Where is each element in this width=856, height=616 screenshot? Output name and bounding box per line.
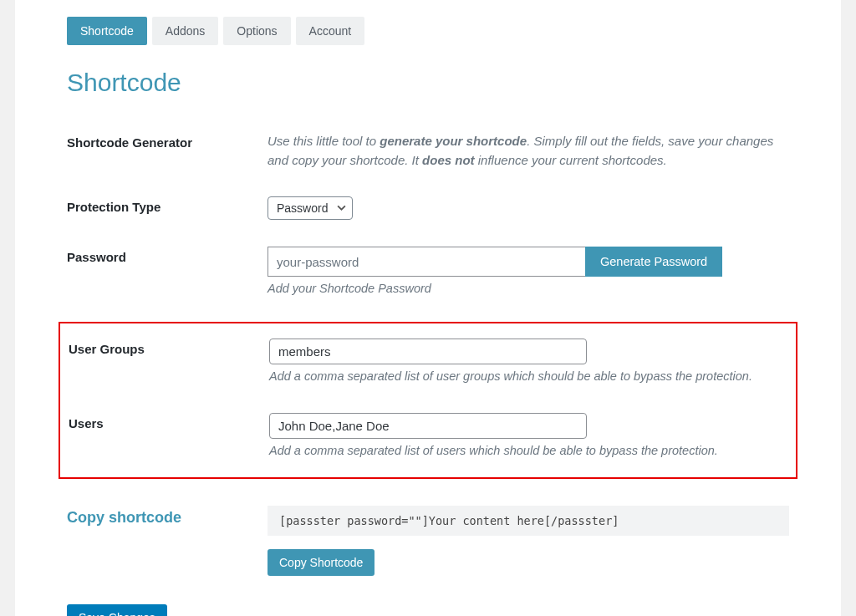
- shortcode-generator-intro: Use this little tool to generate your sh…: [268, 132, 789, 170]
- tab-addons[interactable]: Addons: [152, 17, 218, 45]
- user-groups-label: User Groups: [69, 339, 269, 356]
- shortcode-generator-label: Shortcode Generator: [67, 132, 268, 150]
- users-hint: Add a comma separated list of users whic…: [269, 444, 787, 457]
- copy-shortcode-label: Copy shortcode: [67, 506, 268, 527]
- password-label: Password: [67, 247, 268, 264]
- page-title: Shortcode: [67, 69, 789, 97]
- tab-options[interactable]: Options: [223, 17, 290, 45]
- users-label: Users: [69, 413, 269, 430]
- password-input[interactable]: [268, 247, 585, 277]
- password-hint: Add your Shortcode Password: [268, 282, 789, 295]
- copy-shortcode-button[interactable]: Copy Shortcode: [268, 549, 374, 576]
- save-changes-button[interactable]: Save Changes: [67, 604, 167, 616]
- shortcode-code: [passster password=""]Your content here[…: [268, 506, 789, 536]
- highlight-box: User Groups Add a comma separated list o…: [59, 322, 797, 479]
- tab-shortcode[interactable]: Shortcode: [67, 17, 147, 45]
- tabs-nav: Shortcode Addons Options Account: [67, 17, 789, 45]
- protection-type-select[interactable]: Password: [268, 196, 353, 220]
- protection-type-label: Protection Type: [67, 196, 268, 214]
- user-groups-hint: Add a comma separated list of user group…: [269, 369, 787, 383]
- tab-account[interactable]: Account: [296, 17, 365, 45]
- generate-password-button[interactable]: Generate Password: [585, 247, 722, 277]
- users-input[interactable]: [269, 413, 587, 439]
- user-groups-input[interactable]: [269, 339, 587, 364]
